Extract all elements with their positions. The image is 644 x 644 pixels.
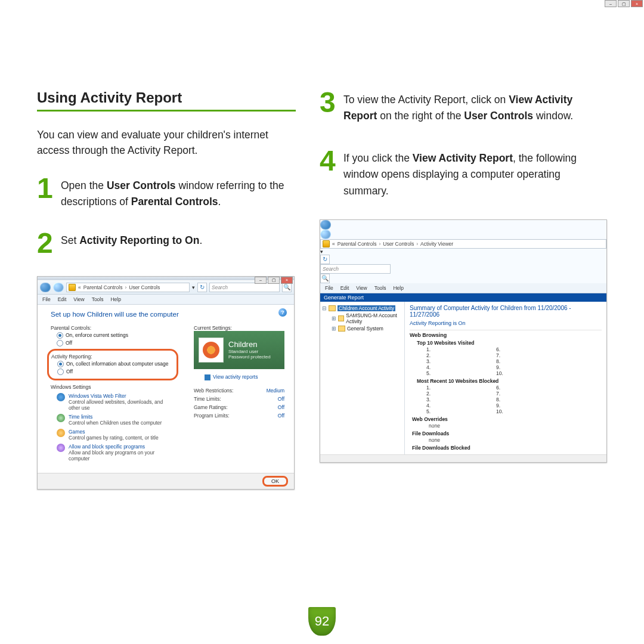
text: . <box>199 234 202 246</box>
menu-edit[interactable]: Edit <box>58 296 67 302</box>
breadcrumb-item[interactable]: Activity Viewer <box>420 241 453 247</box>
radio-ar-off[interactable]: Off <box>57 369 173 375</box>
list-item: 8. <box>496 397 503 402</box>
sub-heading: File Downloads Blocked <box>412 445 602 451</box>
sub-heading: Most Recent 10 Websites Blocked <box>417 378 602 384</box>
menu-tools[interactable]: Tools <box>92 296 104 302</box>
setting-value: Off <box>278 404 284 410</box>
link-web-filter[interactable]: Windows Vista Web Filter <box>69 393 126 399</box>
step-body: Open the User Controls window referring … <box>61 175 296 210</box>
none-value: none <box>429 437 602 443</box>
step-number: 4 <box>320 148 338 199</box>
flag-icon <box>205 374 210 380</box>
forward-icon[interactable] <box>53 283 64 292</box>
panel-heading: Set up how Children will use the compute… <box>51 311 284 318</box>
list-item: 1. <box>426 385 431 391</box>
link-time-limits[interactable]: Time limits <box>69 414 92 420</box>
tree-label: General System <box>347 326 383 332</box>
text: Set <box>61 234 79 246</box>
breadcrumb[interactable]: « Parental Controls › User Controls <box>66 283 190 292</box>
search-input[interactable]: Search <box>209 283 280 292</box>
list-item: 6. <box>496 385 503 391</box>
search-icon[interactable]: 🔍 <box>320 274 330 283</box>
radio-pc-off[interactable]: Off <box>57 340 176 346</box>
bold-text: Parental Controls <box>131 196 218 208</box>
label: Windows Settings <box>51 384 176 390</box>
setting-value: Off <box>278 396 284 402</box>
link-desc: Control games by rating, content, or tit… <box>69 435 159 441</box>
category-heading: Web Browsing <box>410 330 602 338</box>
number-list: 1.2.3.4.5. 6.7.8.9.10. <box>426 346 602 376</box>
setting-key: Game Ratings: <box>194 404 228 410</box>
search-icon[interactable]: 🔍 <box>282 283 292 292</box>
clock-icon <box>57 414 65 422</box>
tree-view[interactable]: ⊟Children Account Activity ⊞SAMSUNG-M Ac… <box>320 302 405 454</box>
menu-edit[interactable]: Edit <box>340 285 349 291</box>
list-item: 1. <box>426 346 431 352</box>
link-games[interactable]: Games <box>69 429 85 435</box>
close-icon[interactable]: × <box>281 277 293 284</box>
link-desc: Control allowed websites, downloads, and… <box>69 399 163 411</box>
label: Current Settings: <box>194 325 284 331</box>
breadcrumb-item[interactable]: Parental Controls <box>338 241 377 247</box>
section-divider <box>37 110 296 112</box>
link-view-activity-reports[interactable]: View activity reports <box>205 374 284 380</box>
radio-pc-on[interactable]: On, enforce current settings <box>57 332 176 339</box>
radio-label: On, collect information about computer u… <box>66 361 169 367</box>
link-programs[interactable]: Allow and block specific programs <box>69 444 145 450</box>
list-item: 10. <box>496 370 503 376</box>
programs-icon <box>57 444 65 452</box>
text: To view the Activity Report, click on <box>343 94 509 106</box>
menu-view[interactable]: View <box>356 285 367 291</box>
left-column: Using Activity Report You can view and e… <box>37 48 296 490</box>
tree-node-selected[interactable]: ⊟Children Account Activity <box>322 305 402 311</box>
step-body: To view the Activity Report, click on Vi… <box>343 89 607 124</box>
intro-paragraph: You can view and evaluate your children'… <box>37 127 296 159</box>
menu-file[interactable]: File <box>325 285 333 291</box>
tree-label: SAMSUNG-M Account Activity <box>346 312 402 324</box>
maximize-icon[interactable]: ▢ <box>268 277 280 284</box>
search-input[interactable]: Search <box>320 264 391 274</box>
menu-file[interactable]: File <box>42 296 51 302</box>
chevron-icon: « <box>78 284 81 290</box>
tree-node[interactable]: ⊞SAMSUNG-M Account Activity <box>332 312 402 324</box>
menu-help[interactable]: Help <box>110 296 120 302</box>
menu-view[interactable]: View <box>73 296 84 302</box>
setting-value: Off <box>278 413 284 419</box>
refresh-icon[interactable]: ↻ <box>320 255 330 264</box>
text: Open the <box>61 179 107 191</box>
back-icon[interactable] <box>40 283 51 292</box>
breadcrumb-item[interactable]: User Controls <box>383 241 414 247</box>
forward-icon[interactable] <box>320 230 331 239</box>
link-text: View activity reports <box>213 374 258 380</box>
refresh-icon[interactable]: ↻ <box>197 283 207 292</box>
chevron-icon: › <box>125 284 126 290</box>
page-number: 92 <box>308 607 336 636</box>
menu-help[interactable]: Help <box>393 285 403 291</box>
sub-heading: Top 10 Websites Visited <box>417 340 602 346</box>
radio-icon <box>57 332 63 339</box>
minimize-icon[interactable]: – <box>255 277 267 284</box>
shield-icon <box>323 240 330 247</box>
shield-icon <box>69 284 76 291</box>
list-item: 10. <box>496 408 503 414</box>
back-icon[interactable] <box>320 220 331 230</box>
window-title-bar[interactable]: – ▢ × <box>38 277 294 280</box>
step-body: If you click the View Activity Report, t… <box>343 148 607 199</box>
ok-button[interactable]: OK <box>262 476 288 487</box>
breadcrumb-item[interactable]: User Controls <box>129 284 160 290</box>
text: window. <box>533 110 573 122</box>
status-line: Activity Reporting is On <box>410 320 602 326</box>
generate-report-button[interactable]: Generate Report <box>320 293 606 302</box>
highlight-box: Activity Reporting: On, collect informat… <box>47 349 178 380</box>
list-item: 5. <box>426 408 431 414</box>
help-icon[interactable]: ? <box>278 308 287 317</box>
radio-icon <box>57 369 64 375</box>
breadcrumb[interactable]: « Parental Controls › User Controls › Ac… <box>320 239 606 249</box>
horizontal-scrollbar[interactable] <box>320 454 606 462</box>
tree-node[interactable]: ⊞General System <box>332 326 402 332</box>
menu-tools[interactable]: Tools <box>374 285 386 291</box>
radio-ar-on[interactable]: On, collect information about computer u… <box>57 361 173 367</box>
breadcrumb-item[interactable]: Parental Controls <box>83 284 123 290</box>
step-number: 1 <box>37 175 55 210</box>
